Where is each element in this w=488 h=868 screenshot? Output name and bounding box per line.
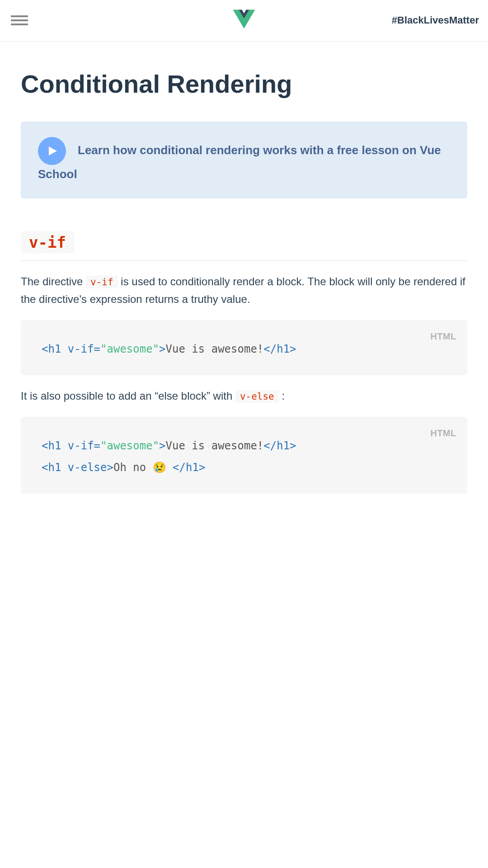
vue-logo-icon[interactable] [231, 5, 257, 35]
page-title: Conditional Rendering [21, 69, 467, 99]
code-pre-2: <h1 v-if="awesome">Vue is awesome!</h1> … [42, 435, 446, 478]
heading-code: v-if [21, 231, 74, 253]
vue-school-banner[interactable]: Learn how conditional rendering works wi… [21, 122, 467, 198]
svg-marker-2 [49, 146, 57, 156]
section-heading-vif: v-if [21, 230, 467, 260]
paragraph-1: The directive v-if is used to conditiona… [21, 273, 467, 308]
para2-code: v-else [235, 390, 279, 403]
menu-icon[interactable] [9, 14, 30, 27]
para2-post: : [279, 390, 285, 402]
blm-link[interactable]: #BlackLivesMatter [392, 12, 479, 28]
banner-inner: Learn how conditional rendering works wi… [38, 137, 450, 183]
paragraph-2: It is also possible to add an “else bloc… [21, 387, 467, 405]
main-content: Conditional Rendering Learn how conditio… [0, 42, 488, 532]
code-block-1: HTML <h1 v-if="awesome">Vue is awesome!<… [21, 320, 467, 375]
play-icon [38, 137, 66, 165]
para1-code: v-if [86, 276, 118, 288]
para1-pre: The directive [21, 275, 86, 288]
para2-pre: It is also possible to add an “else bloc… [21, 390, 235, 402]
code-block-2: HTML <h1 v-if="awesome">Vue is awesome!<… [21, 417, 467, 494]
code-pre-1: <h1 v-if="awesome">Vue is awesome!</h1> [42, 338, 446, 360]
banner-text: Learn how conditional rendering works wi… [38, 143, 441, 181]
svg-marker-0 [233, 9, 255, 28]
code-lang-1: HTML [430, 329, 456, 344]
code-lang-2: HTML [430, 426, 456, 440]
header: #BlackLivesMatter [0, 0, 488, 42]
